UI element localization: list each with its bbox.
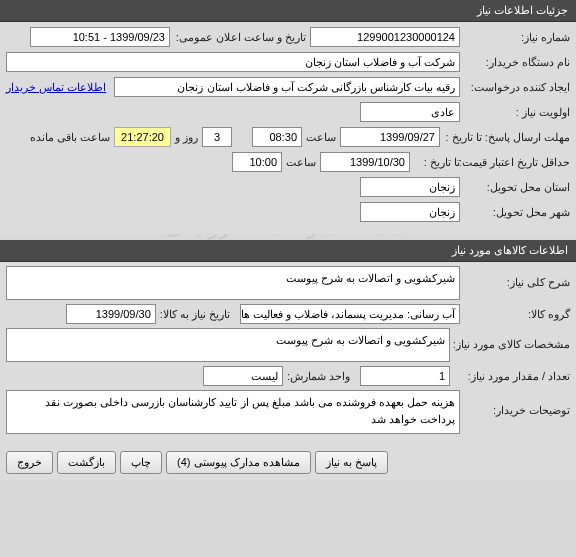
buyer-notes-field: هزینه حمل بعهده فروشنده می باشد مبلغ پس … [6,390,460,434]
need-number-label: شماره نیاز: [460,31,570,44]
goods-info-section: اطلاعات کالاهای مورد نیاز شرح کلی نیاز: … [0,240,576,445]
buyer-notes-label: توضیحات خریدار: [460,390,570,417]
deadline-from-time: 08:30 [252,127,302,147]
countdown-field: 21:27:20 [114,127,171,147]
delivery-province-field: زنجان [360,177,460,197]
delivery-city-field: زنجان [360,202,460,222]
priority-label: اولویت نیاز : [460,106,570,119]
spec-field: شیرکشویی و اتصالات به شرح پیوست [6,328,450,362]
contact-link[interactable]: اطلاعات تماس خریدار [6,81,106,94]
creator-label: ایجاد کننده درخواست: [460,81,570,94]
deadline-from-label: مهلت ارسال پاسخ: تا تاریخ : [440,131,570,144]
overall-desc-field: شیرکشویی و اتصالات به شرح پیوست [6,266,460,300]
need-info-header: جزئیات اطلاعات نیاز [0,0,576,22]
goods-info-header: اطلاعات کالاهای مورد نیاز [0,240,576,262]
delivery-city-label: شهر محل تحویل: [460,206,570,219]
buyer-field: شرکت آب و فاضلاب استان زنجان [6,52,460,72]
group-label: گروه کالا: [460,308,570,321]
print-button[interactable]: چاپ [120,451,162,474]
button-bar: پاسخ به نیاز مشاهده مدارک پیوستی (4) چاپ… [0,445,576,480]
unit-field: لیست [203,366,283,386]
need-date-field: 1399/09/30 [66,304,156,324]
unit-label: واحد شمارش: [283,370,360,383]
announce-field: 1399/09/23 - 10:51 [30,27,170,47]
need-number-field: 1299001230000124 [310,27,460,47]
deadline-from-date: 1399/09/27 [340,127,440,147]
need-date-label: تاریخ نیاز به کالا: [156,308,240,321]
need-info-section: جزئیات اطلاعات نیاز شماره نیاز: 12990012… [0,0,576,234]
qty-label: تعداد / مقدار مورد نیاز: [450,370,570,383]
min-credit-to-label: تا تاریخ : [410,156,460,169]
days-field: 3 [202,127,232,147]
min-credit-label: حداقل تاریخ اعتبار قیمت: [460,156,570,169]
overall-desc-label: شرح کلی نیاز: [460,266,570,289]
creator-field: رقیه بیات کارشناس بازرگانی شرکت آب و فاض… [114,77,460,97]
announce-label: تاریخ و ساعت اعلان عمومی: [170,31,310,44]
qty-field: 1 [360,366,450,386]
attachments-button[interactable]: مشاهده مدارک پیوستی (4) [166,451,311,474]
exit-button[interactable]: خروج [6,451,53,474]
min-credit-time: 10:00 [232,152,282,172]
delivery-province-label: استان محل تحویل: [460,181,570,194]
days-label: روز و [171,131,202,144]
group-field: آب رسانی: مدیریت پسماند، فاضلاب و فعالیت… [240,304,460,324]
buyer-label: نام دستگاه خریدار: [460,56,570,69]
priority-field: عادی [360,102,460,122]
respond-button[interactable]: پاسخ به نیاز [315,451,388,474]
min-credit-date: 1399/10/30 [320,152,410,172]
back-button[interactable]: بازگشت [57,451,116,474]
time-label-1: ساعت [302,131,340,144]
spec-label: مشخصات کالای مورد نیاز: [450,328,570,351]
time-label-2: ساعت [282,156,320,169]
remaining-label: ساعت باقی مانده [26,131,114,144]
